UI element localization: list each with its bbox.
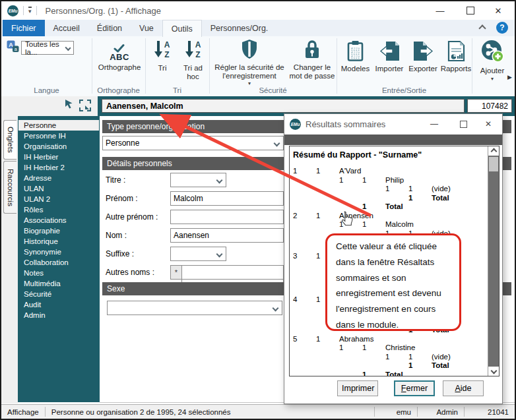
ribbon-overflow-button[interactable]: ▶ [507, 74, 512, 80]
language-select[interactable]: Toutes les la... [21, 41, 74, 55]
change-password-button[interactable]: Changer le mot de passe [289, 39, 335, 80]
select-arrow-icon[interactable] [63, 98, 75, 112]
sidebar-item-personne-ih[interactable]: Personne IH [18, 131, 99, 141]
sidebar-item-s-curit[interactable]: Sécurité [18, 289, 99, 299]
dialog-button-imprimer[interactable]: Imprimer [337, 380, 378, 396]
autres-noms-field-1[interactable] [181, 265, 284, 280]
report-row[interactable]: 11(vide) [293, 353, 487, 362]
sidebar-item-r-les[interactable]: Rôles [18, 204, 99, 215]
sidebar-item-collaboration[interactable]: Collaboration [18, 257, 99, 268]
sidebar-item-synonymie[interactable]: Synonymie [18, 247, 99, 257]
titre-select[interactable] [170, 173, 226, 187]
type-select[interactable]: Personne [102, 136, 284, 150]
report-row[interactable]: 1Total [293, 202, 487, 212]
add-button[interactable]: Ajouter ▾ [475, 39, 509, 82]
report-row[interactable]: 11Christine [293, 344, 487, 353]
report-row[interactable]: 11(vide) [293, 185, 487, 194]
side-tab-raccourcis[interactable]: Raccourcis [3, 161, 16, 214]
tab-outils[interactable]: Outils [162, 20, 202, 37]
dialog-button-aide[interactable]: Aide [443, 380, 484, 396]
record-summary-field[interactable]: Aanensen, Malcolm [102, 99, 465, 113]
language-icon: Aa [7, 40, 19, 55]
scrollbar-thumb[interactable] [489, 157, 498, 171]
nom-field[interactable]: Aanensen [170, 228, 284, 243]
status-bar: Affichage Personne ou organisation 2 de … [1, 404, 515, 419]
hand-cursor-icon [339, 210, 354, 229]
report-row[interactable]: 11A'Vard [293, 167, 487, 176]
dialog-minimize-button[interactable]: — [424, 114, 444, 134]
nom-label: Nom : [106, 228, 127, 243]
report-document-icon [447, 39, 465, 63]
templates-button[interactable]: Modeles [339, 39, 372, 73]
reports-button[interactable]: Rapports [440, 39, 472, 73]
tab-dition[interactable]: Édition [88, 20, 131, 36]
clipboard-icon [346, 39, 364, 63]
sidebar-item-notes[interactable]: Notes [18, 268, 99, 278]
sort-adhoc-button[interactable]: AZ Tri ad hoc [178, 39, 208, 80]
close-button[interactable]: ✕ [487, 1, 509, 20]
sidebar-item-biographie[interactable]: Biographie [18, 225, 99, 236]
divider [472, 38, 472, 94]
tab-fichier[interactable]: Fichier [3, 20, 45, 36]
grid-new-row-button[interactable]: * [170, 265, 182, 280]
record-id-field[interactable]: 107482 [467, 99, 512, 113]
scroll-up-button[interactable] [488, 146, 499, 156]
tab-accueil[interactable]: Accueil [45, 20, 88, 36]
sidebar-item-historique[interactable]: Historique [18, 236, 99, 247]
language-select-value: Toutes les la... [25, 40, 66, 56]
caret-down-icon: ▾ [248, 81, 251, 86]
emu-logo-icon: EMu [7, 5, 18, 16]
group-label-entree-sortie: Entrée/Sortie [337, 86, 472, 94]
spellcheck-button[interactable]: ABC Orthographe [95, 39, 144, 72]
sexe-select[interactable] [107, 301, 282, 315]
import-button[interactable]: Importer [373, 39, 406, 73]
sidebar-item-admin[interactable]: Admin [18, 310, 99, 320]
group-label-tri: Tri [145, 86, 209, 94]
sidebar-item-ih-herbier-2[interactable]: IH Herbier 2 [18, 162, 99, 173]
report-row[interactable]: 21Aanensen [293, 212, 487, 221]
ribbon-tabs: FichierAccueilÉditionVueOutilsPersonnes/… [1, 20, 515, 37]
help-button[interactable]: ? [496, 22, 508, 34]
sidebar-item-ih-herbier[interactable]: IH Herbier [18, 152, 99, 162]
select-all-icon[interactable] [79, 100, 91, 111]
side-tab-onglets[interactable]: Onglets [3, 120, 16, 160]
chevron-up-icon [490, 148, 497, 154]
export-button[interactable]: Exporter [406, 39, 439, 73]
sidebar-item-audit[interactable]: Audit [18, 299, 99, 310]
scroll-down-button[interactable] [488, 367, 499, 376]
record-security-button[interactable]: Régler la sécurité de l'enregistrement ▾ [211, 39, 288, 86]
shield-icon [241, 39, 258, 61]
report-row[interactable]: 11Philip [293, 176, 487, 185]
sidebar-item-ulan[interactable]: ULAN [18, 183, 99, 194]
report-row[interactable]: 1Total [293, 194, 487, 203]
report-scrollbar[interactable] [488, 146, 499, 376]
ribbon: Aa Toutes les la... Langue ABC Orthograp… [1, 36, 515, 97]
group-label-securite: Sécurité [209, 86, 337, 94]
tab-vue[interactable]: Vue [131, 20, 162, 36]
dialog-close-button[interactable]: ✕ [478, 114, 498, 134]
sidebar-item-ulan-2[interactable]: ULAN 2 [18, 194, 99, 204]
minimize-button[interactable]: — [429, 1, 451, 20]
report-row[interactable]: 11Malcolm [293, 220, 487, 229]
report-row[interactable]: 51Abrahams [293, 335, 487, 344]
autre-prenom-field[interactable] [170, 210, 284, 224]
sort-button[interactable]: AZ Tri [148, 39, 177, 73]
quick-access-caret-icon[interactable]: ▾ [28, 7, 32, 15]
status-port: 21041 [465, 405, 515, 419]
dialog-button-fermer[interactable]: Fermer [394, 380, 435, 396]
collapse-ribbon-button[interactable] [480, 26, 485, 31]
sidebar-item-multim-dia[interactable]: Multimédia [18, 278, 99, 289]
sidebar-item-personne[interactable]: Personne [18, 120, 99, 131]
sidebar-item-associations[interactable]: Associations [18, 215, 99, 225]
tab-personnes-org[interactable]: Personnes/Org. [202, 20, 277, 36]
svg-text:A: A [164, 40, 170, 49]
dialog-maximize-button[interactable] [453, 114, 473, 134]
prenom-field[interactable]: Malcolm [170, 191, 284, 206]
sidebar-item-organisation[interactable]: Organisation [18, 141, 99, 152]
report-row[interactable]: 1Total [293, 361, 487, 371]
maximize-button[interactable] [459, 1, 482, 20]
suffixe-select[interactable] [170, 247, 226, 261]
sidebar-item-adresse[interactable]: Adresse [18, 173, 99, 183]
report-row[interactable]: 1Total [293, 371, 487, 376]
report-heading: Résumé du Rapport - "Surname" [293, 150, 487, 160]
